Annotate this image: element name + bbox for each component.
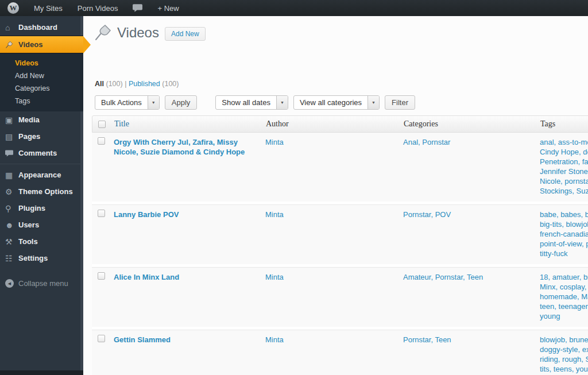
row-categories-cell: Pornstar, POV: [403, 205, 540, 264]
sidebar-item-theme-options[interactable]: ⚙Theme Options: [0, 183, 83, 200]
tag-links[interactable]: Nicole, pornstar,: [540, 176, 588, 186]
chevron-down-icon: ▼: [368, 96, 379, 109]
wordpress-logo-icon: W: [7, 2, 19, 14]
tag-links[interactable]: tits, teens, youn: [540, 364, 588, 374]
tag-links[interactable]: point-of-view, po: [540, 239, 588, 249]
categories-select[interactable]: View all categories ▼: [293, 95, 380, 110]
video-title-link[interactable]: Gettin Slammed: [114, 335, 171, 344]
view-published-link[interactable]: Published: [129, 80, 160, 88]
view-separator: |: [125, 80, 126, 88]
submenu-item-add-new[interactable]: Add New: [0, 69, 83, 82]
pushpin-icon: [94, 24, 112, 42]
categories-value: View all categories: [294, 96, 368, 109]
author-link[interactable]: Minta: [265, 138, 284, 146]
row-title-cell: Alice In Minx Land: [114, 268, 265, 327]
submenu-item-tags[interactable]: Tags: [0, 95, 83, 107]
author-link[interactable]: Minta: [265, 210, 284, 219]
row-title-cell: Lanny Barbie POV: [114, 205, 265, 264]
page-title: Videos: [117, 25, 159, 41]
wordpress-logo-button[interactable]: W: [0, 0, 26, 16]
sidebar-bottom-strip: [0, 370, 83, 375]
sidebar-item-settings[interactable]: ☷Settings: [0, 250, 83, 266]
sidebar-item-label: Plugins: [18, 204, 45, 212]
tag-links[interactable]: teen, teenager, t: [540, 301, 588, 311]
tag-links[interactable]: riding, rough, Sa: [540, 354, 588, 364]
apply-button[interactable]: Apply: [165, 95, 198, 110]
sidebar-item-media[interactable]: ▣Media: [0, 111, 83, 128]
collapse-menu-button[interactable]: ◀ Collapse menu: [0, 279, 83, 288]
row-title-cell: Gettin Slammed: [114, 330, 265, 375]
sidebar-item-comments[interactable]: Comments: [0, 145, 83, 161]
collapse-arrow-icon: ◀: [5, 279, 14, 288]
bulk-actions-value: Bulk Actions: [95, 96, 148, 109]
sidebar-item-users[interactable]: ☻Users: [0, 217, 83, 233]
video-rows: Orgy With Cherry Jul, Zafira, Missy Nico…: [92, 133, 588, 375]
view-all-link[interactable]: All: [95, 80, 104, 88]
sidebar-menu: ⌂DashboardVideosVideosAdd NewCategoriesT…: [0, 16, 83, 266]
row-checkbox[interactable]: [98, 335, 105, 342]
row-tags-cell: blowjob, brunettdoggy-style, extrriding,…: [540, 330, 588, 375]
tags-column-header: Tags: [540, 119, 588, 129]
add-new-button[interactable]: Add New: [165, 27, 206, 41]
tag-links[interactable]: blowjob, brunett: [540, 335, 588, 345]
tag-links[interactable]: french-canadian,: [540, 229, 588, 239]
tag-links[interactable]: anal, ass-to-mou: [540, 137, 588, 147]
row-categories-cell: Pornstar, Teen: [403, 330, 540, 375]
sidebar-item-plugins[interactable]: ⚲Plugins: [0, 200, 83, 217]
tag-links[interactable]: big-tits, blowjob,: [540, 219, 588, 229]
page-header: Videos Add New: [83, 16, 588, 42]
comment-bubble-icon: [5, 150, 18, 157]
row-checkbox[interactable]: [98, 137, 105, 145]
author-link[interactable]: Minta: [265, 273, 284, 281]
menu-separator: [0, 164, 83, 164]
category-links[interactable]: Pornstar, POV: [403, 210, 451, 219]
video-title-link[interactable]: Alice In Minx Land: [114, 273, 179, 281]
dates-select[interactable]: Show all dates ▼: [215, 95, 288, 110]
tag-links[interactable]: 18, amatuer, bru: [540, 272, 588, 282]
bulk-actions-select[interactable]: Bulk Actions ▼: [95, 95, 160, 110]
admin-bar-site-name[interactable]: Porn Videos: [70, 0, 126, 16]
row-checkbox-cell: [92, 330, 114, 375]
author-column-header: Author: [266, 119, 404, 129]
video-title-link[interactable]: Lanny Barbie POV: [114, 210, 179, 219]
gear-icon: ⚙: [5, 187, 18, 196]
select-all-checkbox[interactable]: [98, 121, 106, 128]
submenu-item-videos[interactable]: Videos: [0, 57, 83, 69]
tag-links[interactable]: Stockings, Suzie: [540, 186, 588, 196]
chevron-down-icon: ▼: [148, 96, 159, 109]
admin-bar-new-button[interactable]: + New: [150, 0, 186, 16]
sidebar-item-videos[interactable]: Videos: [0, 36, 83, 53]
tag-links[interactable]: Penetration, faci: [540, 157, 588, 167]
tag-links[interactable]: homemade, Ma: [540, 292, 588, 301]
sidebar-item-appearance[interactable]: ▦Appearance: [0, 167, 83, 183]
table-header-row: Title Author Categories Tags: [92, 115, 588, 133]
home-icon: ⌂: [5, 23, 18, 32]
category-links[interactable]: Pornstar, Teen: [403, 335, 451, 344]
row-tags-cell: anal, ass-to-mouCindy Hope, deePenetrati…: [540, 133, 588, 202]
video-title-link[interactable]: Orgy With Cherry Jul, Zafira, Missy Nico…: [114, 138, 245, 156]
row-checkbox-cell: [92, 133, 114, 202]
plug-icon: ⚲: [5, 204, 18, 213]
submenu-item-categories[interactable]: Categories: [0, 82, 83, 95]
tag-links[interactable]: Jennifer Stone, M: [540, 167, 588, 176]
tag-links[interactable]: Cindy Hope, dee: [540, 147, 588, 157]
category-links[interactable]: Amateur, Pornstar, Teen: [403, 273, 483, 281]
sidebar-item-pages[interactable]: ▤Pages: [0, 128, 83, 145]
tag-links[interactable]: titty-fuck: [540, 249, 588, 258]
row-checkbox[interactable]: [98, 272, 105, 280]
settings-icon: ☷: [5, 254, 18, 263]
author-link[interactable]: Minta: [265, 335, 284, 344]
sidebar-item-tools[interactable]: ⚒Tools: [0, 233, 83, 250]
admin-bar-my-sites[interactable]: My Sites: [26, 0, 70, 16]
sidebar-item-dashboard[interactable]: ⌂Dashboard: [0, 19, 83, 36]
tag-links[interactable]: Minx, cosplay, cu: [540, 282, 588, 292]
admin-bar-comments-button[interactable]: [125, 0, 150, 16]
tag-links[interactable]: babe, babes, big: [540, 210, 588, 219]
category-links[interactable]: Anal, Pornstar: [403, 138, 450, 146]
view-all-count: (100): [106, 80, 122, 88]
row-checkbox[interactable]: [98, 210, 105, 217]
sort-by-title-link[interactable]: Title: [114, 119, 129, 128]
tag-links[interactable]: young: [540, 311, 588, 321]
filter-button[interactable]: Filter: [385, 95, 415, 110]
tag-links[interactable]: doggy-style, extr: [540, 345, 588, 354]
